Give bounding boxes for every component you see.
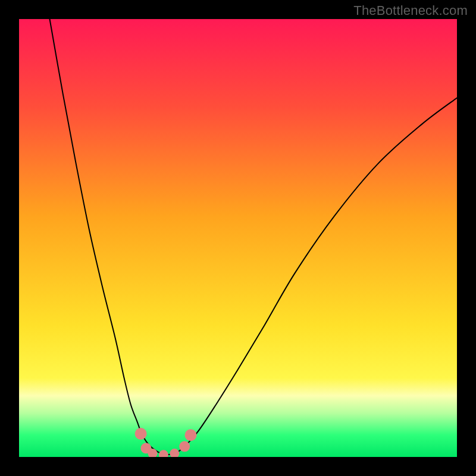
bg-rect (19, 19, 457, 457)
watermark-label: TheBottleneck.com (353, 3, 468, 18)
outer-frame: TheBottleneck.com (0, 0, 476, 476)
chart-panel (19, 19, 457, 457)
chart-svg (19, 19, 457, 457)
marker-point-5 (179, 441, 190, 452)
marker-point-0 (135, 428, 147, 440)
marker-point-6 (185, 429, 197, 441)
